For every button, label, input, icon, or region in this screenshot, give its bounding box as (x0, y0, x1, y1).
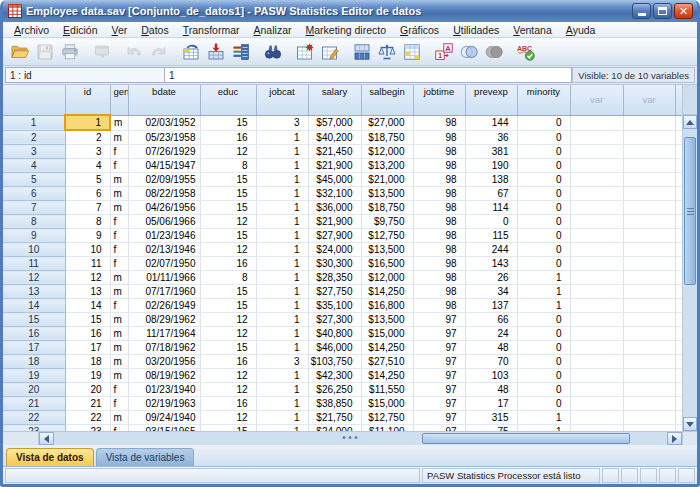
cell-prevexp-8[interactable]: 0 (465, 215, 517, 229)
use-variable-sets-icon[interactable] (456, 40, 481, 64)
cell-prevexp-11[interactable]: 143 (465, 257, 517, 271)
cell-prevexp-6[interactable]: 67 (465, 187, 517, 201)
row-header[interactable]: 4 (3, 159, 65, 173)
cell-id-11[interactable]: 11 (65, 257, 110, 271)
cell-var1-17[interactable] (570, 341, 623, 355)
cell-bdate-10[interactable]: 02/13/1946 (128, 243, 200, 257)
row-header[interactable]: 20 (3, 383, 65, 397)
column-header-var1[interactable]: var (570, 85, 623, 115)
cell-var2-10[interactable] (623, 243, 675, 257)
cell-var1-6[interactable] (570, 187, 623, 201)
row-header[interactable]: 22 (3, 411, 65, 425)
weight-cases-icon[interactable] (374, 40, 399, 64)
cell-id-14[interactable]: 14 (65, 299, 110, 313)
cell-salary-2[interactable]: $40,200 (308, 130, 361, 145)
menu-ayuda[interactable]: Ayuda (559, 23, 603, 37)
cell-jobtime-2[interactable]: 98 (413, 130, 465, 145)
cell-jobtime-7[interactable]: 98 (413, 201, 465, 215)
cell-salary-9[interactable]: $27,900 (308, 229, 361, 243)
cell-minority-10[interactable]: 0 (517, 243, 570, 257)
cell-jobcat-9[interactable]: 1 (256, 229, 308, 243)
column-header-jobcat[interactable]: jobcat (256, 85, 308, 115)
cell-id-12[interactable]: 12 (65, 271, 110, 285)
cell-educ-5[interactable]: 15 (200, 173, 256, 187)
cell-jobtime-17[interactable]: 97 (413, 341, 465, 355)
cell-gender-21[interactable]: f (110, 397, 128, 411)
cell-minority-17[interactable]: 0 (517, 341, 570, 355)
row-header[interactable]: 14 (3, 299, 65, 313)
cell-jobcat-11[interactable]: 1 (256, 257, 308, 271)
cell-editor-field[interactable]: 1 (165, 67, 572, 83)
column-header-gender[interactable]: gender (110, 85, 128, 115)
cell-educ-9[interactable]: 15 (200, 229, 256, 243)
pane-splitter-handle[interactable] (343, 436, 358, 439)
cell-gender-6[interactable]: m (110, 187, 128, 201)
cell-prevexp-12[interactable]: 26 (465, 271, 517, 285)
cell-minority-5[interactable]: 0 (517, 173, 570, 187)
cell-bdate-16[interactable]: 11/17/1964 (128, 327, 200, 341)
cell-var1-13[interactable] (570, 285, 623, 299)
cell-salary-22[interactable]: $21,750 (308, 411, 361, 425)
row-header[interactable]: 1 (3, 115, 65, 130)
cell-salary-3[interactable]: $21,450 (308, 145, 361, 159)
cell-bdate-12[interactable]: 01/11/1966 (128, 271, 200, 285)
cell-gender-1[interactable]: m (110, 115, 128, 130)
cell-educ-15[interactable]: 12 (200, 313, 256, 327)
maximize-button[interactable] (653, 3, 672, 19)
horizontal-scrollbar[interactable] (3, 431, 697, 445)
find-icon[interactable] (260, 40, 285, 64)
cell-jobcat-16[interactable]: 1 (256, 327, 308, 341)
cell-jobtime-22[interactable]: 97 (413, 411, 465, 425)
cell-minority-21[interactable]: 0 (517, 397, 570, 411)
row-header[interactable]: 5 (3, 173, 65, 187)
horizontal-scroll-thumb[interactable] (422, 433, 630, 444)
cell-minority-4[interactable]: 0 (517, 159, 570, 173)
cell-educ-8[interactable]: 12 (200, 215, 256, 229)
cell-var1-22[interactable] (570, 411, 623, 425)
cell-prevexp-5[interactable]: 138 (465, 173, 517, 187)
cell-educ-18[interactable]: 16 (200, 355, 256, 369)
cell-salbegin-19[interactable]: $14,250 (361, 369, 413, 383)
cell-prevexp-10[interactable]: 244 (465, 243, 517, 257)
cell-educ-21[interactable]: 16 (200, 397, 256, 411)
cell-salary-10[interactable]: $24,000 (308, 243, 361, 257)
cell-bdate-13[interactable]: 07/17/1960 (128, 285, 200, 299)
cell-minority-12[interactable]: 1 (517, 271, 570, 285)
scroll-left-button[interactable] (39, 432, 54, 445)
cell-educ-1[interactable]: 15 (200, 115, 256, 130)
cell-minority-6[interactable]: 0 (517, 187, 570, 201)
variables-icon[interactable] (228, 40, 253, 64)
column-header-educ[interactable]: educ (200, 85, 256, 115)
menu-utilidades[interactable]: Utilidades (446, 23, 506, 37)
select-all-corner[interactable] (3, 85, 65, 115)
row-header[interactable]: 16 (3, 327, 65, 341)
cell-var1-8[interactable] (570, 215, 623, 229)
row-header[interactable]: 7 (3, 201, 65, 215)
cell-jobtime-10[interactable]: 98 (413, 243, 465, 257)
scroll-right-button[interactable] (667, 432, 682, 445)
cell-jobcat-7[interactable]: 1 (256, 201, 308, 215)
cell-salary-13[interactable]: $27,750 (308, 285, 361, 299)
cell-id-17[interactable]: 17 (65, 341, 110, 355)
cell-educ-22[interactable]: 12 (200, 411, 256, 425)
row-header[interactable]: 2 (3, 130, 65, 145)
cell-prevexp-21[interactable]: 17 (465, 397, 517, 411)
cell-var1-12[interactable] (570, 271, 623, 285)
cell-prevexp-7[interactable]: 114 (465, 201, 517, 215)
column-header-prevexp[interactable]: prevexp (465, 85, 517, 115)
cell-salary-17[interactable]: $46,000 (308, 341, 361, 355)
cell-var2-14[interactable] (623, 299, 675, 313)
row-header[interactable]: 11 (3, 257, 65, 271)
cell-jobcat-13[interactable]: 1 (256, 285, 308, 299)
cell-bdate-2[interactable]: 05/23/1958 (128, 130, 200, 145)
cell-jobtime-18[interactable]: 97 (413, 355, 465, 369)
cell-var1-5[interactable] (570, 173, 623, 187)
cell-var2-4[interactable] (623, 159, 675, 173)
row-header[interactable]: 15 (3, 313, 65, 327)
cell-educ-12[interactable]: 8 (200, 271, 256, 285)
cell-bdate-3[interactable]: 07/26/1929 (128, 145, 200, 159)
cell-educ-4[interactable]: 8 (200, 159, 256, 173)
menu-archivo[interactable]: Archivo (7, 23, 56, 37)
cell-minority-18[interactable]: 0 (517, 355, 570, 369)
cell-id-18[interactable]: 18 (65, 355, 110, 369)
